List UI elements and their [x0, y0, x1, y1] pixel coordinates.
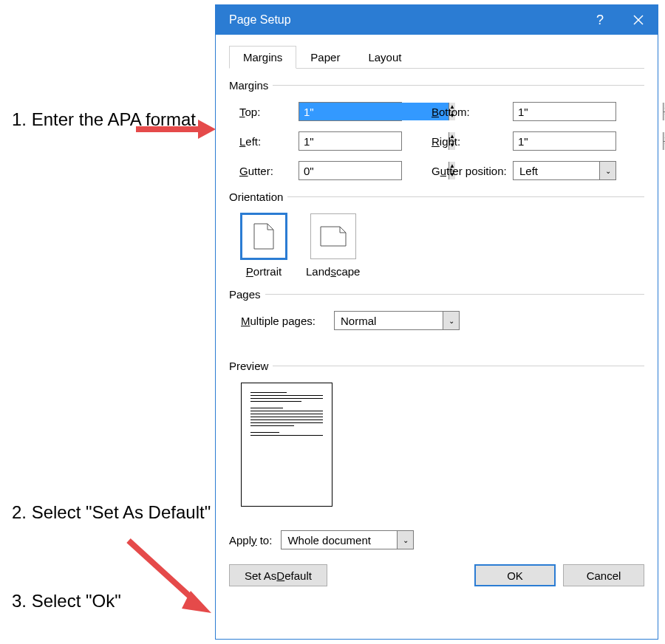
bottom-input-field[interactable]	[514, 103, 663, 120]
left-label: Left:	[239, 135, 299, 148]
arrow-icon	[133, 117, 216, 142]
right-label: Right:	[432, 135, 513, 148]
multiple-pages-label: Multiple pages:	[241, 315, 322, 327]
instruction-step-3: 3. Select "Ok"	[12, 591, 121, 612]
gutter-input-field[interactable]	[299, 162, 449, 179]
svg-line-2	[129, 541, 195, 601]
apply-to-select[interactable]: Whole document ⌄	[281, 530, 414, 549]
landscape-page-icon	[319, 225, 347, 247]
right-input[interactable]: ▲▼	[513, 131, 616, 151]
dialog-title: Page Setup	[229, 13, 581, 27]
right-input-field[interactable]	[514, 132, 663, 150]
tab-paper[interactable]: Paper	[296, 46, 354, 69]
gutter-label: Gutter:	[239, 165, 299, 177]
multiple-pages-select[interactable]: Normal ⌄	[334, 311, 460, 330]
pages-group-header: Pages	[229, 288, 644, 301]
landscape-label: Landscape	[306, 265, 360, 278]
ok-button[interactable]: OK	[474, 564, 556, 586]
preview-page-icon	[241, 383, 332, 507]
apply-to-label: Apply to:	[229, 534, 272, 547]
orientation-group-header: Orientation	[229, 191, 644, 203]
arrow-icon	[124, 536, 213, 617]
instruction-step-2: 2. Select "Set As Default"	[12, 502, 211, 524]
portrait-label: Portrait	[246, 265, 282, 278]
preview-group-header: Preview	[229, 360, 644, 372]
help-button[interactable]: ?	[581, 5, 619, 35]
svg-marker-1	[198, 120, 216, 139]
tab-margins[interactable]: Margins	[229, 46, 296, 69]
left-input-field[interactable]	[299, 132, 449, 150]
set-as-default-button[interactable]: Set As Default	[229, 564, 327, 586]
gutter-input[interactable]: ▲▼	[299, 161, 402, 180]
page-setup-dialog: Page Setup ? Margins Paper Layout Margin…	[215, 4, 658, 640]
margins-group-header: Margins	[229, 79, 644, 92]
chevron-down-icon[interactable]: ⌄	[443, 312, 459, 329]
tab-strip: Margins Paper Layout	[229, 45, 644, 69]
close-button[interactable]	[619, 5, 658, 35]
top-input-field[interactable]	[299, 103, 449, 120]
gutter-position-label: Gutter position:	[432, 165, 513, 177]
portrait-page-icon	[253, 222, 275, 250]
top-input[interactable]: ▲▼	[299, 102, 402, 121]
left-input[interactable]: ▲▼	[299, 131, 402, 151]
chevron-down-icon[interactable]: ⌄	[599, 162, 615, 179]
top-label: Top:	[239, 106, 299, 118]
bottom-input[interactable]: ▲▼	[513, 102, 616, 121]
title-bar: Page Setup ?	[216, 5, 658, 35]
gutter-position-select[interactable]: Left ⌄	[513, 161, 616, 180]
orientation-landscape[interactable]	[310, 213, 356, 259]
cancel-button[interactable]: Cancel	[563, 564, 644, 586]
close-icon	[633, 15, 644, 25]
chevron-down-icon[interactable]: ⌄	[397, 531, 413, 549]
orientation-portrait[interactable]	[241, 213, 287, 259]
bottom-label: Bottom:	[432, 106, 513, 118]
tab-layout[interactable]: Layout	[354, 46, 415, 69]
